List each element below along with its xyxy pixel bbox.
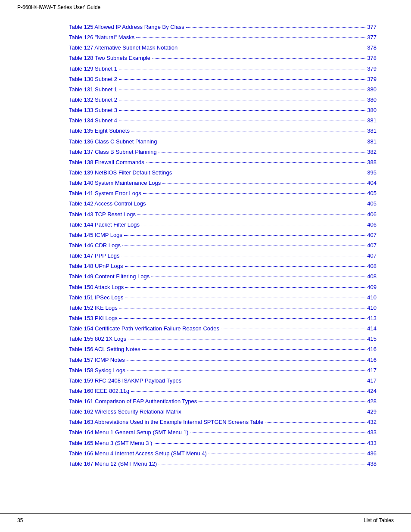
toc-dots (146, 162, 365, 163)
toc-entry[interactable]: Table 151 IPSec Logs410 (69, 293, 377, 302)
toc-entry-label[interactable]: Table 143 TCP Reset Logs (69, 210, 136, 219)
toc-dots (119, 308, 366, 308)
toc-entry-label[interactable]: Table 153 PKI Logs (69, 314, 118, 323)
toc-entry[interactable]: Table 161 Comparison of EAP Authenticati… (69, 397, 377, 406)
toc-entry-label[interactable]: Table 167 Menu 12 (SMT Menu 12) (69, 460, 157, 468)
toc-entry[interactable]: Table 154 Certificate Path Verification … (69, 324, 377, 333)
toc-entry[interactable]: Table 139 NetBIOS Filter Default Setting… (69, 168, 377, 177)
toc-entry-label[interactable]: Table 133 Subnet 3 (69, 106, 117, 115)
toc-entry-label[interactable]: Table 131 Subnet 1 (69, 85, 117, 94)
toc-entry-label[interactable]: Table 137 Class B Subnet Planning (69, 148, 157, 156)
toc-entry[interactable]: Table 142 Access Control Logs405 (69, 199, 377, 208)
toc-entry-label[interactable]: Table 130 Subnet 2 (69, 75, 117, 84)
toc-entry-label[interactable]: Table 161 Comparison of EAP Authenticati… (69, 397, 197, 406)
toc-entry[interactable]: Table 145 ICMP Logs407 (69, 231, 377, 240)
toc-entry-label[interactable]: Table 157 ICMP Notes (69, 356, 125, 364)
toc-entry[interactable]: Table 129 Subnet 1379 (69, 65, 377, 73)
toc-entry-label[interactable]: Table 136 Class C Subnet Planning (69, 137, 157, 146)
toc-dots (159, 464, 365, 464)
toc-entry[interactable]: Table 167 Menu 12 (SMT Menu 12)438 (69, 460, 377, 468)
toc-entry[interactable]: Table 132 Subnet 2380 (69, 96, 377, 104)
toc-entry[interactable]: Table 160 IEEE 802.11g424 (69, 387, 377, 395)
toc-entry-label[interactable]: Table 140 System Maintenance Logs (69, 179, 161, 187)
toc-entry[interactable]: Table 143 TCP Reset Logs406 (69, 210, 377, 219)
toc-entry-label[interactable]: Table 151 IPSec Logs (69, 293, 123, 302)
toc-dots (152, 58, 365, 59)
toc-entry-label[interactable]: Table 160 IEEE 802.11g (69, 387, 129, 395)
toc-entry[interactable]: Table 153 PKI Logs413 (69, 314, 377, 323)
toc-entry[interactable]: Table 150 Attack Logs409 (69, 283, 377, 292)
toc-entry[interactable]: Table 128 Two Subnets Example378 (69, 54, 377, 62)
toc-entry[interactable]: Table 148 UPnP Logs408 (69, 262, 377, 271)
toc-entry[interactable]: Table 134 Subnet 4381 (69, 116, 377, 125)
toc-entry[interactable]: Table 149 Content Filtering Logs408 (69, 272, 377, 281)
toc-entry-page: 407 (367, 241, 377, 250)
toc-entry[interactable]: Table 138 Firewall Commands388 (69, 158, 377, 167)
toc-entry-label[interactable]: Table 132 Subnet 2 (69, 96, 117, 104)
toc-entry-label[interactable]: Table 150 Attack Logs (69, 283, 124, 292)
toc-entry-label[interactable]: Table 149 Content Filtering Logs (69, 272, 149, 281)
toc-entry-label[interactable]: Table 147 PPP Logs (69, 252, 120, 260)
toc-entry-label[interactable]: Table 162 Wireless Security Relational M… (69, 408, 181, 416)
toc-entry[interactable]: Table 146 CDR Logs407 (69, 241, 377, 250)
toc-list: Table 125 Allowed IP Address Range By Cl… (69, 23, 377, 468)
toc-entry[interactable]: Table 152 IKE Logs410 (69, 304, 377, 312)
toc-entry[interactable]: Table 144 Packet Filter Logs406 (69, 221, 377, 229)
toc-entry[interactable]: Table 156 ACL Setting Notes416 (69, 345, 377, 354)
header-title: P-660H/HW/W-T Series User' Guide (17, 4, 100, 10)
toc-entry[interactable]: Table 133 Subnet 3380 (69, 106, 377, 115)
toc-entry[interactable]: Table 125 Allowed IP Address Range By Cl… (69, 23, 377, 31)
toc-entry[interactable]: Table 147 PPP Logs407 (69, 252, 377, 260)
toc-entry-label[interactable]: Table 159 RFC-2408 ISAKMP Payload Types (69, 376, 181, 385)
toc-entry-label[interactable]: Table 146 CDR Logs (69, 241, 121, 250)
toc-entry[interactable]: Table 136 Class C Subnet Planning381 (69, 137, 377, 146)
toc-entry[interactable]: Table 157 ICMP Notes416 (69, 356, 377, 364)
toc-entry[interactable]: Table 166 Menu 4 Internet Access Setup (… (69, 449, 377, 458)
toc-entry-label[interactable]: Table 155 802.1X Logs (69, 335, 126, 343)
toc-entry[interactable]: Table 159 RFC-2408 ISAKMP Payload Types4… (69, 376, 377, 385)
toc-entry[interactable]: Table 165 Menu 3 (SMT Menu 3 )433 (69, 439, 377, 448)
toc-entry-label[interactable]: Table 141 System Error Logs (69, 189, 141, 198)
toc-entry[interactable]: Table 155 802.1X Logs415 (69, 335, 377, 343)
toc-entry[interactable]: Table 130 Subnet 2379 (69, 75, 377, 84)
toc-entry-label[interactable]: Table 134 Subnet 4 (69, 116, 117, 125)
toc-entry-label[interactable]: Table 127 Alternative Subnet Mask Notati… (69, 44, 177, 52)
toc-entry-label[interactable]: Table 164 Menu 1 General Setup (SMT Menu… (69, 428, 188, 437)
toc-entry[interactable]: Table 163 Abbreviations Used in the Exam… (69, 418, 377, 426)
toc-entry-label[interactable]: Table 152 IKE Logs (69, 304, 118, 312)
toc-entry[interactable]: Table 164 Menu 1 General Setup (SMT Menu… (69, 428, 377, 437)
toc-entry[interactable]: Table 158 Syslog Logs417 (69, 366, 377, 375)
toc-entry-label[interactable]: Table 166 Menu 4 Internet Access Setup (… (69, 449, 207, 458)
toc-entry-label[interactable]: Table 154 Certificate Path Verification … (69, 324, 219, 333)
toc-dots (265, 422, 365, 423)
toc-entry-label[interactable]: Table 126 "Natural" Masks (69, 33, 134, 42)
toc-entry-label[interactable]: Table 129 Subnet 1 (69, 65, 117, 73)
page-footer: 35 List of Tables (0, 513, 411, 523)
toc-dots (119, 79, 365, 80)
toc-entry-label[interactable]: Table 138 Firewall Commands (69, 158, 144, 167)
toc-entry-label[interactable]: Table 125 Allowed IP Address Range By Cl… (69, 23, 184, 31)
toc-entry-label[interactable]: Table 128 Two Subnets Example (69, 54, 150, 62)
toc-entry-label[interactable]: Table 156 ACL Setting Notes (69, 345, 140, 354)
toc-entry-label[interactable]: Table 158 Syslog Logs (69, 366, 125, 375)
toc-entry[interactable]: Table 162 Wireless Security Relational M… (69, 408, 377, 416)
toc-entry[interactable]: Table 137 Class B Subnet Planning382 (69, 148, 377, 156)
toc-entry[interactable]: Table 141 System Error Logs405 (69, 189, 377, 198)
toc-entry-page: 428 (367, 397, 377, 406)
toc-entry-page: 405 (367, 199, 377, 208)
toc-entry-label[interactable]: Table 144 Packet Filter Logs (69, 221, 140, 229)
toc-entry-label[interactable]: Table 165 Menu 3 (SMT Menu 3 ) (69, 439, 152, 448)
toc-entry-label[interactable]: Table 139 NetBIOS Filter Default Setting… (69, 168, 172, 177)
toc-entry-label[interactable]: Table 135 Eight Subnets (69, 127, 130, 135)
toc-entry-label[interactable]: Table 142 Access Control Logs (69, 199, 146, 208)
toc-dots (186, 27, 365, 28)
toc-entry[interactable]: Table 127 Alternative Subnet Mask Notati… (69, 44, 377, 52)
toc-entry-label[interactable]: Table 148 UPnP Logs (69, 262, 123, 271)
toc-entry[interactable]: Table 135 Eight Subnets381 (69, 127, 377, 135)
toc-entry-label[interactable]: Table 145 ICMP Logs (69, 231, 122, 240)
toc-entry[interactable]: Table 131 Subnet 1380 (69, 85, 377, 94)
toc-entry[interactable]: Table 126 "Natural" Masks377 (69, 33, 377, 42)
toc-entry[interactable]: Table 140 System Maintenance Logs404 (69, 179, 377, 187)
toc-entry-page: 404 (367, 179, 377, 187)
toc-entry-label[interactable]: Table 163 Abbreviations Used in the Exam… (69, 418, 263, 426)
